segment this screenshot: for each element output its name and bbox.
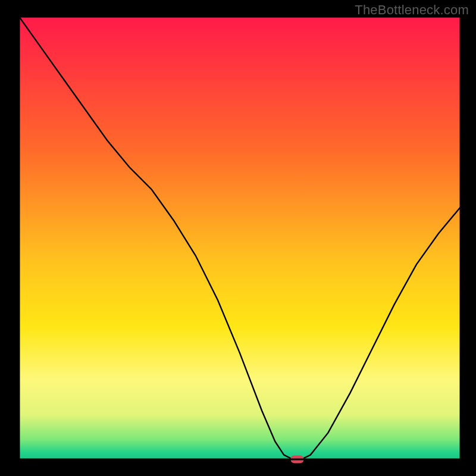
plot-background <box>19 17 461 459</box>
bottleneck-chart <box>0 0 476 476</box>
chart-frame: TheBottleneck.com <box>0 0 476 476</box>
